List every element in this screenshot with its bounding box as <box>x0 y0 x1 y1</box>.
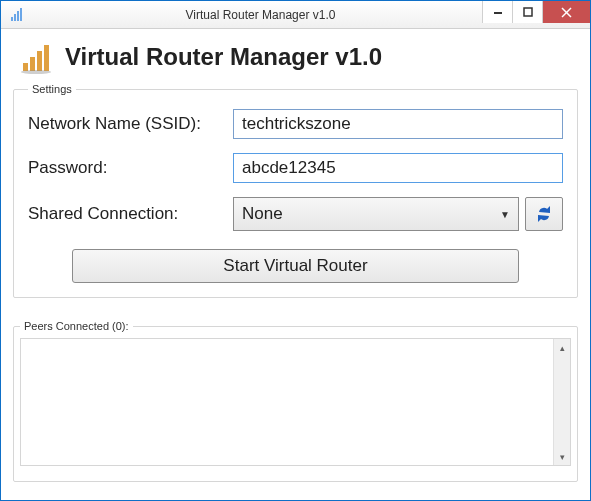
maximize-button[interactable] <box>512 1 542 23</box>
app-icon-small <box>9 7 25 23</box>
app-header: Virtual Router Manager v1.0 <box>1 29 590 83</box>
shared-connection-value: None <box>242 204 283 224</box>
svg-point-12 <box>21 70 51 74</box>
shared-connection-label: Shared Connection: <box>28 204 233 224</box>
settings-legend: Settings <box>28 83 76 95</box>
close-button[interactable] <box>542 1 590 23</box>
svg-rect-5 <box>524 8 532 16</box>
app-window: Virtual Router Manager v1.0 Virtual Rou <box>0 0 591 501</box>
password-row: Password: <box>28 153 563 183</box>
svg-rect-3 <box>20 8 22 21</box>
peers-list[interactable]: ▴ ▾ <box>20 338 571 466</box>
peers-legend: Peers Connected (0): <box>20 320 133 332</box>
shared-connection-select[interactable]: None ▼ <box>233 197 519 231</box>
settings-group: Settings Network Name (SSID): Password: … <box>13 83 578 298</box>
refresh-button[interactable] <box>525 197 563 231</box>
svg-rect-9 <box>30 57 35 71</box>
password-input[interactable] <box>233 153 563 183</box>
refresh-icon <box>534 204 554 224</box>
svg-rect-0 <box>11 17 13 21</box>
scroll-down-icon[interactable]: ▾ <box>554 448 571 465</box>
ssid-input[interactable] <box>233 109 563 139</box>
ssid-label: Network Name (SSID): <box>28 114 233 134</box>
minimize-button[interactable] <box>482 1 512 23</box>
start-virtual-router-button[interactable]: Start Virtual Router <box>72 249 519 283</box>
scrollbar[interactable]: ▴ ▾ <box>553 339 570 465</box>
app-icon <box>19 39 55 75</box>
peers-group: Peers Connected (0): ▴ ▾ <box>13 320 578 482</box>
scroll-up-icon[interactable]: ▴ <box>554 339 571 356</box>
shared-connection-row: Shared Connection: None ▼ <box>28 197 563 231</box>
titlebar[interactable]: Virtual Router Manager v1.0 <box>1 1 590 29</box>
content-area: Settings Network Name (SSID): Password: … <box>1 83 590 500</box>
svg-rect-8 <box>23 63 28 71</box>
chevron-down-icon: ▼ <box>500 209 510 220</box>
ssid-row: Network Name (SSID): <box>28 109 563 139</box>
window-controls <box>482 1 590 23</box>
svg-rect-11 <box>44 45 49 71</box>
start-button-label: Start Virtual Router <box>223 256 367 276</box>
password-label: Password: <box>28 158 233 178</box>
svg-rect-10 <box>37 51 42 71</box>
svg-rect-1 <box>14 14 16 21</box>
page-title: Virtual Router Manager v1.0 <box>65 43 382 71</box>
svg-rect-4 <box>494 12 502 14</box>
svg-rect-2 <box>17 11 19 21</box>
